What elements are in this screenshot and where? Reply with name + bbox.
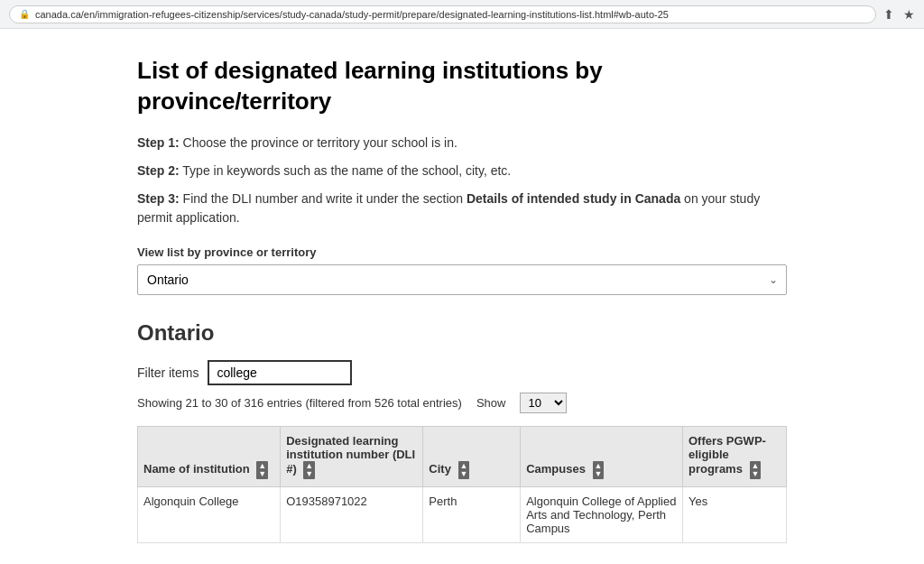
filter-row: Filter items xyxy=(137,360,787,385)
steps-container: Step 1: Choose the province or territory… xyxy=(137,134,787,227)
col-campus-label: Campuses xyxy=(526,462,586,476)
cell-city: Perth xyxy=(423,486,521,542)
table-row: Algonquin College O19358971022 Perth Alg… xyxy=(138,486,787,542)
showing-text: Showing 21 to 30 of 316 entries (filtere… xyxy=(137,396,462,410)
share-icon[interactable]: ⬆ xyxy=(883,7,894,22)
show-select[interactable]: 10 25 50 100 xyxy=(520,393,567,413)
sort-name-button[interactable]: ▲▼ xyxy=(256,461,268,479)
col-city-label: City xyxy=(429,462,451,476)
showing-row: Showing 21 to 30 of 316 entries (filtere… xyxy=(137,393,787,413)
step-3-label: Step 3: xyxy=(137,191,180,206)
dli-number: O19358971022 xyxy=(286,495,367,508)
browser-chrome: 🔒 canada.ca/en/immigration-refugees-citi… xyxy=(0,0,924,29)
cell-dli: O19358971022 xyxy=(281,486,423,542)
province-select-wrapper: Ontario Alberta British Columbia Manitob… xyxy=(137,264,787,295)
table-header-row: Name of institution ▲▼ Designated learni… xyxy=(138,426,787,486)
col-name-label: Name of institution xyxy=(143,462,250,476)
bookmark-icon[interactable]: ★ xyxy=(903,7,915,22)
filter-label: Filter items xyxy=(137,365,199,380)
city-name: Perth xyxy=(429,495,457,508)
page-title: List of designated learning institutions… xyxy=(137,56,787,117)
step-1-label: Step 1: xyxy=(137,135,180,150)
campus-name: Algonquin College of Applied Arts and Te… xyxy=(526,495,676,535)
step-2-label: Step 2: xyxy=(137,163,180,178)
browser-actions: ⬆ ★ xyxy=(883,7,915,22)
url-text: canada.ca/en/immigration-refugees-citize… xyxy=(35,9,669,20)
col-header-name: Name of institution ▲▼ xyxy=(138,426,281,486)
step-2-text: Type in keywords such as the name of the… xyxy=(180,163,512,178)
step-3: Step 3: Find the DLI number and write it… xyxy=(137,190,787,227)
step-1: Step 1: Choose the province or territory… xyxy=(137,134,787,153)
col-header-campus: Campuses ▲▼ xyxy=(521,426,683,486)
step-2: Step 2: Type in keywords such as the nam… xyxy=(137,162,787,180)
sort-campus-button[interactable]: ▲▼ xyxy=(593,461,605,479)
institutions-table: Name of institution ▲▼ Designated learni… xyxy=(137,426,787,543)
sort-pgwp-button[interactable]: ▲▼ xyxy=(750,461,762,479)
col-header-city: City ▲▼ xyxy=(423,426,521,486)
step-3-bold: Details of intended study in Canada xyxy=(467,191,680,206)
step-3-prefix: Find the DLI number and write it under t… xyxy=(180,191,467,206)
filter-input[interactable] xyxy=(208,360,352,385)
col-header-dli: Designated learning institution number (… xyxy=(281,426,423,486)
address-bar[interactable]: 🔒 canada.ca/en/immigration-refugees-citi… xyxy=(9,5,876,23)
cell-name: Algonquin College xyxy=(138,486,281,542)
sort-city-button[interactable]: ▲▼ xyxy=(458,461,470,479)
page-content: List of designated learning institutions… xyxy=(119,29,805,564)
pgwp-value: Yes xyxy=(688,495,707,508)
cell-pgwp: Yes xyxy=(682,486,786,542)
lock-icon: 🔒 xyxy=(19,9,30,19)
step-1-text: Choose the province or territory your sc… xyxy=(180,135,457,150)
show-label: Show xyxy=(476,396,506,410)
cell-campus: Algonquin College of Applied Arts and Te… xyxy=(521,486,683,542)
section-title: Ontario xyxy=(137,320,787,346)
institution-name: Algonquin College xyxy=(143,495,239,508)
province-label: View list by province or territory xyxy=(137,245,787,259)
col-header-pgwp: Offers PGWP-eligible programs ▲▼ xyxy=(682,426,786,486)
sort-dli-button[interactable]: ▲▼ xyxy=(303,461,315,479)
province-select[interactable]: Ontario Alberta British Columbia Manitob… xyxy=(137,264,787,295)
